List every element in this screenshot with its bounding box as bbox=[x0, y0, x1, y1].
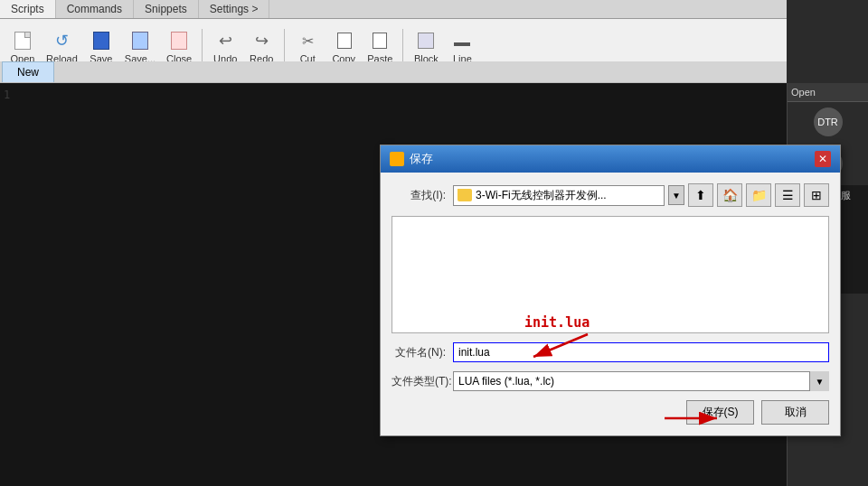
folder-path-bar: 3-Wi-Fi无线控制器开发例... ▼ ⬆ 🏠 📁 ☰ ⊞ bbox=[453, 183, 829, 207]
folder-icon bbox=[458, 189, 472, 201]
nav-list-button[interactable]: ☰ bbox=[775, 183, 800, 207]
close-icon bbox=[168, 30, 190, 51]
filename-label: 文件名(N): bbox=[392, 345, 446, 360]
dialog-titlebar: 保存 ✕ bbox=[381, 145, 840, 173]
save-confirm-button[interactable]: 保存(S) bbox=[686, 400, 754, 425]
open-icon bbox=[12, 30, 33, 51]
dialog-body: 查找(I): 3-Wi-Fi无线控制器开发例... ▼ ⬆ 🏠 📁 ☰ ⊞ 文件… bbox=[381, 173, 840, 435]
save-icon bbox=[90, 30, 112, 51]
settings-tab[interactable]: Settings > bbox=[199, 0, 270, 18]
paste-icon bbox=[369, 30, 391, 51]
save-as-icon bbox=[129, 30, 151, 51]
dialog-title: 保存 bbox=[410, 151, 433, 167]
folder-combo[interactable]: 3-Wi-Fi无线控制器开发例... bbox=[453, 185, 665, 206]
menu-tab-bar: Scripts Commands Snippets Settings > bbox=[0, 0, 787, 19]
save-dialog: 保存 ✕ 查找(I): 3-Wi-Fi无线控制器开发例... ▼ ⬆ 🏠 📁 ☰… bbox=[380, 145, 841, 436]
dtr-button[interactable]: DTR bbox=[788, 102, 868, 144]
right-panel-top: Open bbox=[788, 83, 868, 102]
block-icon bbox=[415, 30, 437, 51]
folder-row: 查找(I): 3-Wi-Fi无线控制器开发例... ▼ ⬆ 🏠 📁 ☰ ⊞ bbox=[392, 183, 829, 207]
filetype-select[interactable]: LUA files (*.lua, *.lc) bbox=[453, 371, 829, 391]
folder-label: 查找(I): bbox=[392, 188, 446, 203]
dialog-buttons: 保存(S) 取消 bbox=[392, 400, 829, 425]
cancel-button[interactable]: 取消 bbox=[761, 400, 829, 425]
filetype-label: 文件类型(T): bbox=[392, 374, 446, 389]
filename-input[interactable] bbox=[453, 342, 829, 362]
nav-back-button[interactable]: ⬆ bbox=[688, 183, 713, 207]
dialog-close-button[interactable]: ✕ bbox=[815, 151, 831, 167]
filetype-row: 文件类型(T): LUA files (*.lua, *.lc) ▼ bbox=[392, 371, 829, 391]
dtr-circle: DTR bbox=[814, 107, 843, 136]
copy-icon bbox=[333, 30, 354, 51]
file-browser[interactable] bbox=[392, 216, 829, 333]
doc-tab-new[interactable]: New bbox=[2, 61, 54, 82]
folder-dropdown-arrow[interactable]: ▼ bbox=[668, 185, 684, 205]
nav-home-button[interactable]: 🏠 bbox=[717, 183, 742, 207]
undo-icon: ↩ bbox=[214, 30, 236, 51]
reload-icon: ↺ bbox=[51, 30, 72, 51]
snippets-tab[interactable]: Snippets bbox=[134, 0, 199, 18]
cut-icon: ✂ bbox=[297, 30, 318, 51]
line-icon bbox=[451, 30, 473, 51]
scripts-tab[interactable]: Scripts bbox=[0, 0, 56, 18]
nav-folder-button[interactable]: 📁 bbox=[746, 183, 771, 207]
filename-row: 文件名(N): bbox=[392, 342, 829, 362]
filetype-select-wrapper: LUA files (*.lua, *.lc) ▼ bbox=[453, 371, 829, 391]
redo-icon: ↪ bbox=[250, 30, 272, 51]
commands-tab[interactable]: Commands bbox=[56, 0, 134, 18]
nav-view-button[interactable]: ⊞ bbox=[804, 183, 829, 207]
folder-path-text: 3-Wi-Fi无线控制器开发例... bbox=[476, 188, 660, 203]
dialog-title-icon bbox=[390, 152, 404, 166]
